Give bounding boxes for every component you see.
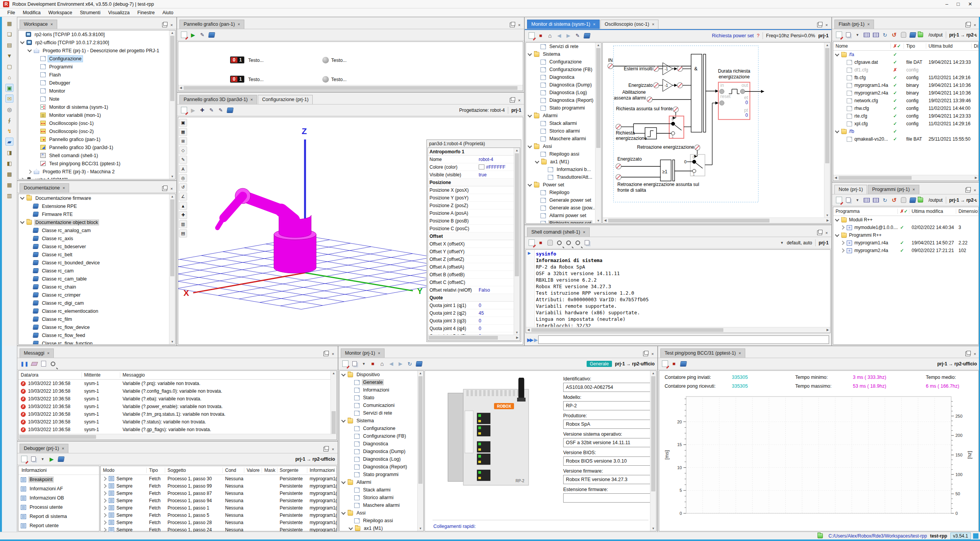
sync-icon[interactable]: ↻ [881, 196, 889, 204]
tab-oscilloscopio[interactable]: Oscilloscopio (osc-1)× [600, 20, 658, 29]
expander-icon[interactable] [27, 169, 32, 174]
tree-item[interactable]: Configurazione [18, 55, 175, 63]
property-row[interactable]: Quota joint 3 (qj3)0 [428, 317, 520, 325]
design-icon[interactable]: ✎ [207, 106, 216, 114]
notes-icon[interactable] [341, 360, 349, 368]
tree-item[interactable]: rp2-ufficio [TCP/IP 10.0.17.2:8100] [18, 38, 175, 46]
dock-icon[interactable] [510, 98, 515, 103]
expander-icon[interactable] [535, 159, 539, 163]
menu-aiuto[interactable]: Aiuto [159, 9, 177, 16]
close-button[interactable]: ✕ [968, 1, 972, 7]
close-panel-icon[interactable]: × [518, 98, 521, 103]
expander-icon[interactable] [341, 418, 345, 422]
diagram-page-link[interactable]: Richiesta power set [712, 33, 754, 38]
tree-item[interactable]: Documentazione object block [18, 218, 175, 226]
property-row[interactable]: Visibile (visible)true [428, 171, 520, 179]
tree-item[interactable]: Monitor [18, 87, 175, 95]
tree-item[interactable]: Pannello grafico 3D (pan3d-1) [18, 143, 175, 151]
column-header[interactable]: ✗✓ [891, 43, 904, 49]
property-row[interactable]: Posizione Z (posZ) [428, 202, 520, 209]
scrollbar[interactable]: ▲▼ [824, 43, 830, 223]
expander-icon[interactable] [840, 241, 844, 245]
property-section[interactable]: Quote [428, 294, 520, 302]
expander-icon[interactable] [348, 526, 353, 530]
h-scrollbar[interactable]: ◀▶ [603, 217, 830, 223]
scrollbar[interactable]: ▲▼ [417, 371, 423, 531]
shell-input[interactable] [538, 335, 829, 344]
workspace-path[interactable]: C:/Users/Alex/Robox/Rde3/Workspaces/test… [828, 533, 927, 539]
tab-messaggi[interactable]: Messaggi× [20, 348, 54, 358]
tree-item[interactable]: Sistema [340, 417, 423, 425]
tab-shell-comandi[interactable]: Shell comandi (shell-1)× [527, 227, 590, 237]
h-scrollbar[interactable]: ▶ [428, 335, 520, 340]
tab-pannello-grafico[interactable]: Pannello grafico (pan-1)× [179, 20, 244, 29]
file-row[interactable]: rhw.cfg✓config11/02/2021 14:44:00 [833, 105, 978, 112]
output-folder-icon[interactable] [918, 32, 923, 37]
property-row[interactable]: Offset Z (offsetZ) [428, 256, 520, 263]
tree-item[interactable]: Estensione RPE [18, 202, 175, 210]
window-next-icon[interactable]: ◨ [5, 148, 13, 156]
view3d-tool-2[interactable]: ⊞ [179, 137, 187, 145]
tree-item[interactable]: Flash [18, 71, 175, 79]
tree-item[interactable]: Diagnostica (Log) [340, 455, 423, 463]
property-row[interactable]: Posizione X (posX) [428, 186, 520, 194]
program-row[interactable]: ≡mymodule1@1.0.0....✓02/02/2022 14:40:34… [833, 224, 978, 231]
message-row[interactable]: ✗10/03/2022 10:36:58sysm-1Variabile (?.e… [18, 395, 337, 403]
build-icon[interactable] [862, 196, 871, 204]
column-header[interactable]: Data/ora [18, 372, 82, 378]
tree-item[interactable]: Note [18, 95, 175, 103]
book-icon[interactable] [583, 32, 591, 40]
play-icon[interactable]: ▶ [48, 455, 56, 463]
program-row[interactable]: ≡myprogram1.r4a✓19/04/2021 14:50:272.22 [833, 239, 978, 247]
property-row[interactable]: Posizione B (posB) [428, 217, 520, 225]
tree-item[interactable]: Classe rc_axis [18, 234, 175, 242]
tab-documentazione[interactable]: Documentazione× [20, 183, 69, 193]
resize-grip[interactable] [973, 533, 978, 539]
tree-item[interactable]: Classe rc_bounded_device [18, 259, 175, 267]
tree-item[interactable]: Sistema [526, 50, 601, 58]
file-row[interactable]: network.cfg✓config19/02/2021 13:39:46 [833, 97, 978, 105]
design-icon[interactable]: ✎ [198, 31, 206, 39]
breakpoint-row[interactable]: SempreFetchProcesso 1, passo 94NessunaPe… [101, 497, 337, 504]
book-icon[interactable] [226, 106, 234, 114]
back-icon[interactable]: ◀ [387, 360, 395, 368]
close-panel-icon[interactable]: × [332, 352, 334, 356]
debugger-side-item[interactable]: Breakpoint [18, 475, 99, 484]
hand-icon[interactable] [899, 196, 907, 204]
column-header[interactable]: Tipo [147, 468, 165, 473]
save-icon[interactable]: ▼ [5, 51, 13, 60]
tree-item[interactable]: Classe rc_chain [18, 283, 175, 291]
scrollbar[interactable]: ▲▼ [514, 148, 520, 340]
digital-indicator[interactable]: 01 [230, 76, 244, 83]
close-all-icon[interactable]: ▥ [5, 191, 13, 199]
close-panel-icon[interactable]: × [826, 231, 828, 235]
tree-item[interactable]: Generale asse (pow... [526, 204, 601, 212]
shell-mode[interactable]: default, auto [787, 240, 812, 246]
program-row[interactable]: Moduli R++ [833, 216, 978, 224]
column-header[interactable]: Cond [223, 468, 244, 473]
dock-icon[interactable] [643, 352, 648, 356]
maximize-button[interactable]: □ [957, 1, 960, 7]
view3d-tool-4[interactable]: ✎ [179, 156, 187, 164]
play-disabled-icon[interactable]: ▶ [189, 106, 197, 114]
scrollbar[interactable]: ▲▼ [650, 371, 656, 531]
debugger-side-item[interactable]: Processi utente [18, 503, 99, 512]
debugger-side-item[interactable]: Report di sistema [18, 512, 99, 521]
tree-item[interactable]: Informazioni [340, 386, 423, 394]
attach-icon[interactable]: ∮ [5, 116, 13, 124]
copy-icon[interactable] [29, 455, 37, 463]
menu-file[interactable]: File [4, 9, 18, 16]
book-icon[interactable] [415, 360, 423, 368]
program-row[interactable]: ≡myprogram2.r4a✓09/02/2022 17:21:21102 [833, 247, 978, 254]
view3d-tool-10[interactable]: ✚ [179, 211, 187, 219]
expander-icon[interactable] [102, 498, 106, 503]
view3d-tool-8[interactable]: ∠ [179, 193, 187, 201]
page-icon[interactable] [40, 360, 48, 368]
dock-icon[interactable] [162, 23, 167, 27]
column-header[interactable]: Dime [972, 43, 978, 49]
tree-item[interactable]: Servizi di rete [526, 43, 601, 50]
tree-item[interactable]: Test ping/pong BCC/31 (pptest-1) [18, 159, 175, 168]
tree-item[interactable]: Progetto RTE (prj-3) - Macchina 2 [18, 168, 175, 176]
close-panel-icon[interactable]: × [974, 23, 976, 27]
expander-icon[interactable] [527, 51, 532, 56]
